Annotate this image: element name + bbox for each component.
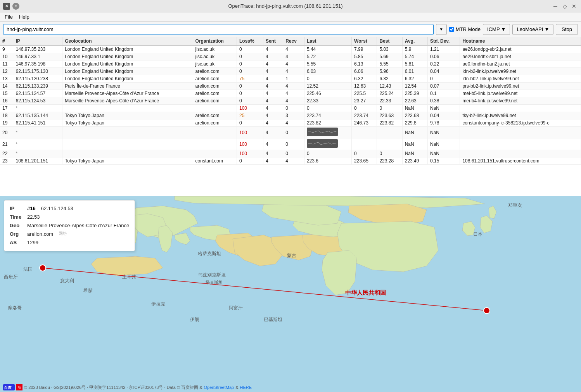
table-cell: London England United Kingdom	[62, 53, 193, 60]
menu-help[interactable]: Help	[16, 13, 33, 21]
table-cell: 5.03	[377, 45, 402, 53]
table-row[interactable]: 11146.97.35.198London England United Kin…	[0, 60, 581, 68]
table-cell: London England United Kingdom	[62, 75, 193, 83]
table-row[interactable]: 1862.115.135.144Tokyo Tokyo Japanarelion…	[0, 112, 581, 119]
table-cell: 6.32	[377, 75, 402, 83]
menubar: File Help	[0, 12, 581, 22]
table-cell: 1	[283, 75, 304, 83]
table-cell: 0.04	[428, 68, 460, 75]
col-header-stddev: Std. Dev.	[428, 37, 460, 45]
icmp-dropdown-icon: ▼	[501, 26, 506, 32]
api-btn[interactable]: LeoMoeAPI ▼	[512, 24, 553, 35]
table-row[interactable]: 1362.115.120.238London England United Ki…	[0, 75, 581, 83]
baidu-logo: 百度 地	[3, 384, 22, 390]
stop-button[interactable]: Stop	[556, 24, 578, 35]
table-cell: ae26.londpg-sbr2.ja.net	[460, 45, 581, 53]
table-cell: ae0.londhx-ban2.ja.net	[460, 60, 581, 68]
table-row[interactable]: 23108.61.201.151Tokyo Tokyo Japanconstan…	[0, 157, 581, 165]
table-cell: 100	[237, 127, 263, 138]
table-cell: 4	[283, 53, 304, 60]
table-cell: Marseille Provence-Alpes-Côte d'Azur Fra…	[62, 90, 193, 97]
table-cell: 5.85	[352, 53, 377, 60]
table-row[interactable]: 21*10040NaNNaN	[0, 138, 581, 150]
table-cell: Marseille Provence-Alpes-Côte d'Azur Fra…	[62, 97, 193, 105]
titlebar-minimize-btn[interactable]: ─	[552, 2, 559, 10]
table-cell: 225.5	[352, 90, 377, 97]
table-cell: constant.com	[193, 157, 237, 165]
table-cell: 108.61.201.151.vultrusercontent.com	[460, 157, 581, 165]
table-cell: *	[13, 127, 62, 138]
table-cell: London England United Kingdom	[62, 68, 193, 75]
table-cell: *	[13, 138, 62, 150]
table-cell	[304, 127, 351, 138]
table-cell: 7.99	[352, 45, 377, 53]
here-link[interactable]: HERE	[240, 385, 252, 390]
baidu-logo-svg: 百度	[3, 384, 15, 390]
table-cell: 5.44	[304, 45, 351, 53]
table-cell: 223.82	[377, 119, 402, 127]
table-cell: NaN	[428, 150, 460, 157]
table-cell	[62, 127, 193, 138]
table-cell: constantcompany-ic-358213.ip.twelve99-c	[460, 119, 581, 127]
info-geo-label: Geo	[10, 221, 23, 230]
table-cell: 0	[283, 105, 304, 112]
table-cell: 4	[263, 90, 283, 97]
table-cell: 4	[283, 97, 304, 105]
table-cell: 4	[283, 157, 304, 165]
table-row[interactable]: 17*10040000NaNNaN	[0, 105, 581, 112]
table-cell: 4	[283, 83, 304, 90]
icmp-btn[interactable]: ICMP ▼	[483, 24, 510, 35]
table-cell	[193, 127, 237, 138]
table-row[interactable]: 20*10040NaNNaN	[0, 127, 581, 138]
table-row[interactable]: 1962.115.41.151Tokyo Tokyo Japanarelion.…	[0, 119, 581, 127]
table-cell: 0	[283, 150, 304, 157]
table-cell: 223.63	[377, 112, 402, 119]
mtr-mode-checkbox-label[interactable]: MTR Mode	[449, 26, 481, 32]
openstreetmap-link[interactable]: OpenStreetMap	[204, 385, 234, 390]
table-row[interactable]: 22*10040000NaNNaN	[0, 150, 581, 157]
table-cell: 0	[377, 150, 402, 157]
table-cell: 12.54	[402, 83, 427, 90]
table-cell: 4	[283, 68, 304, 75]
map-footer-text: © 2023 Baidu · GS(2021)6026号 · 甲测资字11111…	[24, 385, 202, 390]
table-cell: ldn-bb2-link.ip.twelve99.net	[460, 75, 581, 83]
table-cell: 5.55	[304, 60, 351, 68]
table-cell: 4	[263, 105, 283, 112]
url-input[interactable]	[3, 24, 434, 35]
table-cell: 22.63	[402, 97, 427, 105]
table-row[interactable]: 1562.115.124.57Marseille Provence-Alpes-…	[0, 90, 581, 97]
table-cell: 20	[0, 127, 13, 138]
table-row[interactable]: 9146.97.35.233London England United King…	[0, 45, 581, 53]
col-header-last: Last	[304, 37, 351, 45]
table-cell: 0.04	[428, 112, 460, 119]
table-cell: 0	[237, 60, 263, 68]
table-cell: jisc.ac.uk	[193, 60, 237, 68]
map-label-iran: 伊朗	[190, 316, 199, 323]
table-cell: 6.03	[304, 68, 351, 75]
table-cell: NaN	[428, 138, 460, 150]
table-header-row: # IP Geolocation Organization Loss% Sent…	[0, 37, 581, 45]
table-row[interactable]: 1662.115.124.53Marseille Provence-Alpes-…	[0, 97, 581, 105]
table-row[interactable]: 1462.115.133.239Paris Île-de-France Fran…	[0, 83, 581, 90]
baidu-icon2: 地	[16, 384, 22, 390]
table-row[interactable]: 1262.115.175.130London England United Ki…	[0, 68, 581, 75]
table-cell	[460, 105, 581, 112]
map-label-mongolia: 蒙古	[287, 252, 296, 259]
table-cell: *	[13, 105, 62, 112]
table-cell: 100	[237, 138, 263, 150]
table-cell: 13	[0, 75, 13, 83]
mtr-mode-checkbox[interactable]	[449, 27, 454, 32]
url-dropdown-btn[interactable]: ▼	[436, 24, 447, 35]
titlebar-maximize-btn[interactable]: ◇	[561, 2, 569, 10]
table-cell: tky-b2-link.ip.twelve99.net	[460, 112, 581, 119]
table-cell: mei-b4-link.ip.twelve99.net	[460, 97, 581, 105]
menu-file[interactable]: File	[2, 13, 16, 21]
map-footer: 百度 地 © 2023 Baidu · GS(2021)6026号 · 甲测资字…	[3, 384, 252, 390]
titlebar-close-btn[interactable]: ✕	[570, 2, 578, 10]
info-geo-value: Marseille Provence-Alpes-Côte d'Azur Fra…	[27, 221, 129, 230]
table-cell: 0.38	[428, 97, 460, 105]
map-label-morocco: 摩洛哥	[8, 305, 22, 311]
table-cell: 0	[237, 90, 263, 97]
map-label-japan: 日本	[473, 231, 482, 238]
table-row[interactable]: 10146.97.33.1London England United Kingd…	[0, 53, 581, 60]
